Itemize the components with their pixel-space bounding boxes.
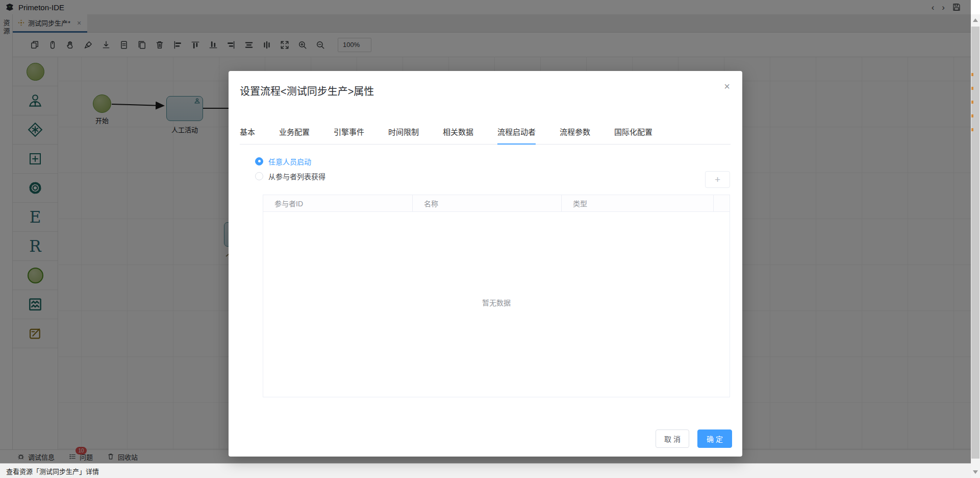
participants-table: 参与者ID 名称 类型 暂无数据 xyxy=(263,195,730,397)
vertical-scrollbar[interactable] xyxy=(971,14,980,478)
col-type: 类型 xyxy=(562,195,714,211)
cancel-button[interactable]: 取 消 xyxy=(656,429,689,448)
ruler-mark xyxy=(971,128,973,131)
tab-i18n-config[interactable]: 国际化配置 xyxy=(614,126,652,144)
ruler-mark xyxy=(971,87,973,90)
radio-any-person[interactable]: 任意人员启动 xyxy=(255,154,325,169)
tab-business-config[interactable]: 业务配置 xyxy=(279,126,310,144)
col-participant-id: 参与者ID xyxy=(263,195,413,211)
dialog-tab-bar: 基本 业务配置 引擎事件 时间限制 相关数据 流程启动者 流程参数 国际化配置 xyxy=(240,126,731,145)
ok-button[interactable]: 确 定 xyxy=(697,429,732,448)
tab-engine-events[interactable]: 引擎事件 xyxy=(334,126,364,144)
plus-icon: + xyxy=(715,174,720,185)
add-participant-button[interactable]: + xyxy=(705,171,730,188)
scroll-up-arrow-icon[interactable] xyxy=(973,18,978,22)
table-empty-text: 暂无数据 xyxy=(263,297,730,307)
tab-process-params[interactable]: 流程参数 xyxy=(560,126,590,144)
ruler-mark xyxy=(971,73,973,76)
dialog-title: 设置流程<测试同步生产>属性 xyxy=(240,83,374,98)
process-properties-dialog: 设置流程<测试同步生产>属性 × 基本 业务配置 引擎事件 时间限制 相关数据 … xyxy=(229,71,742,457)
tab-basic[interactable]: 基本 xyxy=(240,126,255,144)
starter-options: 任意人员启动 从参与者列表获得 xyxy=(255,154,325,183)
radio-selected-icon[interactable] xyxy=(255,157,263,165)
ruler-mark xyxy=(971,114,973,117)
status-bar-text: 查看资源「测试同步生产」详情 xyxy=(6,466,99,476)
table-header-row: 参与者ID 名称 类型 xyxy=(263,195,730,212)
tab-process-starter[interactable]: 流程启动者 xyxy=(497,126,536,145)
radio-any-person-label: 任意人员启动 xyxy=(268,156,311,166)
radio-from-participants-label: 从参与者列表获得 xyxy=(268,171,325,181)
col-name: 名称 xyxy=(413,195,562,211)
radio-from-participants[interactable]: 从参与者列表获得 xyxy=(255,169,325,183)
scrollbar-thumb[interactable] xyxy=(971,27,979,459)
scroll-down-arrow-icon[interactable] xyxy=(973,470,978,474)
status-bar: 查看资源「测试同步生产」详情 xyxy=(0,463,980,478)
ruler-mark xyxy=(971,101,973,104)
dialog-footer: 取 消 确 定 xyxy=(656,429,732,448)
tab-time-limit[interactable]: 时间限制 xyxy=(388,126,419,144)
col-actions xyxy=(714,195,730,211)
radio-unselected-icon[interactable] xyxy=(255,172,263,180)
dialog-close-icon[interactable]: × xyxy=(724,81,730,91)
tab-related-data[interactable]: 相关数据 xyxy=(443,126,473,144)
